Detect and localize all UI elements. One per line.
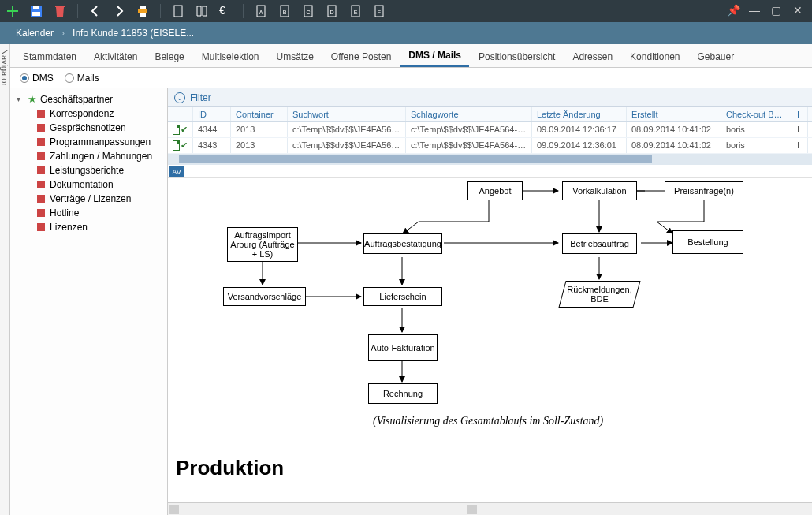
diagram-viewport[interactable]: Angebot Vorkalkulation Preisanfrage(n) A…: [168, 177, 812, 502]
grid-hscroll[interactable]: [168, 154, 812, 165]
navigator-strip[interactable]: Navigator: [0, 44, 10, 515]
svg-text:A: A: [259, 9, 263, 15]
svg-rect-6: [140, 13, 146, 17]
tree-item-label: Programmanpassungen: [50, 136, 151, 147]
folder-icon: [37, 166, 45, 174]
save-icon[interactable]: [28, 3, 44, 19]
tab-positions-bersicht[interactable]: Positionsübersicht: [471, 47, 563, 67]
breadcrumb-home[interactable]: Kalender: [8, 28, 61, 39]
diagram-heading: Produktion: [176, 456, 284, 480]
folder-icon: [37, 124, 45, 132]
filter-bar[interactable]: ⌄ Filter: [168, 88, 812, 107]
radio-mails-label: Mails: [77, 73, 99, 84]
tree-root-label: Geschäftspartner: [40, 94, 113, 105]
svg-text:B: B: [283, 9, 287, 15]
folder-icon: [37, 181, 45, 188]
svg-rect-1: [33, 6, 39, 9]
radio-dms-label: DMS: [32, 73, 54, 84]
breadcrumb-current[interactable]: Info Kunde 11853 (EISELE...: [65, 28, 202, 39]
tab-konditionen[interactable]: Konditionen: [622, 47, 687, 67]
filter-label: Filter: [190, 92, 211, 103]
check-icon: ✔: [181, 125, 188, 135]
col-extra[interactable]: I: [792, 107, 808, 121]
check-icon: ✔: [181, 140, 188, 151]
tree-item-label: Leistungsberichte: [50, 165, 124, 176]
process-diagram: Angebot Vorkalkulation Preisanfrage(n) A…: [168, 178, 812, 478]
back-icon[interactable]: [88, 3, 103, 19]
folder-icon: [37, 209, 45, 217]
table-row[interactable]: ✔43432013c:\Temp\$$dv$$\JE4FA564-EiseleG…: [168, 138, 812, 154]
radio-dms[interactable]: DMS: [20, 73, 54, 84]
box-rueckmeldungen: Rückmeldungen, BDE: [558, 281, 640, 308]
tree-item-label: Korrespondenz: [50, 108, 114, 119]
euro-icon[interactable]: €: [218, 3, 233, 19]
diagram-caption: (Visualisierung des Gesamtablaufs im Sol…: [373, 415, 603, 427]
col-id[interactable]: ID: [193, 107, 231, 121]
folder-icon: [37, 223, 45, 231]
tree-item-korrespondenz[interactable]: Korrespondenz: [10, 106, 167, 121]
maximize-icon[interactable]: ▢: [769, 3, 785, 19]
tree-item-dokumentation[interactable]: Dokumentation: [10, 177, 167, 192]
svg-text:E: E: [354, 9, 358, 15]
document-grid: ID Container Suchwort Schlagworte Letzte…: [168, 107, 812, 177]
collapse-icon[interactable]: ▾: [17, 95, 24, 103]
doc-c-icon[interactable]: C: [300, 3, 316, 19]
col-created[interactable]: Erstellt: [627, 107, 721, 121]
tab-offene-posten[interactable]: Offene Posten: [323, 47, 400, 67]
book-icon[interactable]: [194, 3, 210, 19]
box-preisanfrage: Preisanfrage(n): [665, 181, 743, 200]
tree-root[interactable]: ▾ ★ Geschäftspartner: [10, 91, 167, 106]
col-checkout-user[interactable]: Check-out Benutzer: [721, 107, 792, 121]
minimize-icon[interactable]: —: [747, 3, 763, 19]
tree-item-programmanpassungen[interactable]: Programmanpassungen: [10, 135, 167, 149]
doc-b-icon[interactable]: B: [277, 3, 292, 19]
box-versandvorschlaege: Versandvorschläge: [223, 287, 306, 306]
radio-mails[interactable]: Mails: [65, 73, 99, 84]
tree-item-vertr-ge-lizenzen[interactable]: Verträge / Lizenzen: [10, 192, 167, 206]
box-auftragsimport: Auftragsimport Arburg (Aufträge + LS): [227, 227, 298, 262]
col-container[interactable]: Container: [231, 107, 288, 121]
tree-item-label: Dokumentation: [50, 179, 114, 190]
svg-rect-4: [138, 9, 147, 13]
tree-item-lizenzen[interactable]: Lizenzen: [10, 220, 167, 234]
svg-text:D: D: [330, 9, 333, 15]
folder-icon: [37, 195, 45, 203]
diagram-hscroll[interactable]: [168, 502, 812, 515]
tree-sidebar: ▾ ★ Geschäftspartner KorrespondenzGesprä…: [10, 88, 168, 515]
doc-d-icon[interactable]: D: [324, 3, 340, 19]
box-angebot: Angebot: [467, 181, 523, 200]
tab-ums-tze[interactable]: Umsätze: [268, 47, 321, 67]
tree-item-label: Lizenzen: [50, 222, 88, 233]
delete-icon[interactable]: [52, 3, 68, 19]
forward-icon[interactable]: [111, 3, 127, 19]
tab-belege[interactable]: Belege: [147, 47, 192, 67]
doc-f-icon[interactable]: F: [371, 3, 387, 19]
main-tabs: StammdatenAktivitätenBelegeMultiselektio…: [10, 44, 812, 68]
print-icon[interactable]: [135, 3, 151, 19]
doc-e-icon[interactable]: E: [348, 3, 363, 19]
partner-icon: ★: [28, 93, 37, 105]
col-last-change[interactable]: Letzte Änderung: [532, 107, 627, 121]
pin-icon[interactable]: 📌: [725, 3, 741, 19]
tree-item-leistungsberichte[interactable]: Leistungsberichte: [10, 163, 167, 177]
folder-icon: [37, 110, 45, 118]
av-tag[interactable]: AV: [169, 166, 184, 177]
tree-item-label: Verträge / Lizenzen: [50, 193, 131, 204]
tab-multiselektion[interactable]: Multiselektion: [194, 47, 267, 67]
tab-gebauer[interactable]: Gebauer: [690, 47, 743, 67]
doc-a-icon[interactable]: A: [253, 3, 269, 19]
tab-dms-mails[interactable]: DMS / Mails: [400, 45, 469, 67]
tree-item-label: Zahlungen / Mahnungen: [50, 151, 152, 162]
table-row[interactable]: ✔43442013c:\Temp\$$dv$$\JE4FA564-EiseleG…: [168, 122, 812, 138]
tree-item-hotline[interactable]: Hotline: [10, 206, 167, 220]
plus-icon[interactable]: [5, 3, 20, 19]
tree-item-zahlungen-mahnungen[interactable]: Zahlungen / Mahnungen: [10, 149, 167, 163]
doc-new-icon[interactable]: [170, 3, 186, 19]
tab-adressen[interactable]: Adressen: [564, 47, 620, 67]
col-schlagworte[interactable]: Schlagworte: [406, 107, 532, 121]
tab-stammdaten[interactable]: Stammdaten: [15, 47, 84, 67]
tab-aktivit-ten[interactable]: Aktivitäten: [86, 47, 145, 67]
close-icon[interactable]: ✕: [792, 3, 807, 19]
col-suchwort[interactable]: Suchwort: [288, 107, 406, 121]
tree-item-gespr-chsnotizen[interactable]: Gesprächsnotizen: [10, 121, 167, 135]
